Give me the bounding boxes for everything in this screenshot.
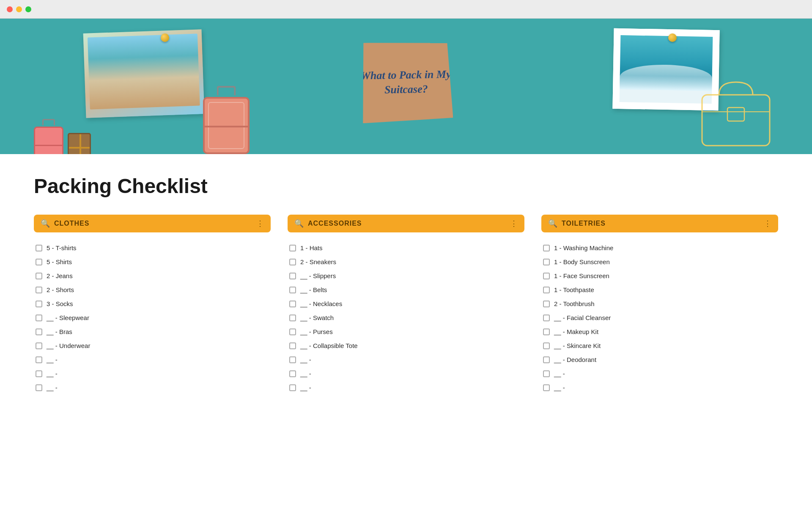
checklist-label: 1 - Hats — [300, 244, 323, 251]
checklist-checkbox[interactable] — [289, 245, 296, 251]
checklist-label: 3 - Socks — [47, 300, 73, 307]
checklist-label: __ - Skincare Kit — [554, 342, 601, 349]
list-item: __ - Purses — [288, 325, 524, 339]
checklist-label: 1 - Toothpaste — [554, 286, 594, 293]
main-content: Packing Checklist 🔍CLOTHES⋮5 - T-shirts5… — [0, 154, 812, 415]
page-title: Packing Checklist — [34, 174, 778, 198]
list-item: 2 - Shorts — [34, 283, 271, 297]
maximize-button[interactable] — [25, 6, 31, 12]
checklist-checkbox[interactable] — [543, 342, 550, 349]
checklist-label: __ - — [300, 384, 311, 391]
list-item: __ - — [288, 353, 524, 367]
category-header-clothes: 🔍CLOTHES⋮ — [34, 215, 271, 232]
checklist-checkbox[interactable] — [289, 329, 296, 335]
checklist-label: 5 - T-shirts — [47, 244, 77, 251]
checklist-checkbox[interactable] — [543, 287, 550, 293]
columns-container: 🔍CLOTHES⋮5 - T-shirts5 - Shirts2 - Jeans… — [34, 215, 778, 395]
checklist-label: 2 - Sneakers — [300, 258, 336, 265]
search-icon: 🔍 — [294, 219, 304, 228]
list-item: __ - — [541, 367, 778, 381]
checklist-checkbox[interactable] — [36, 301, 42, 307]
checklist-checkbox[interactable] — [36, 259, 42, 265]
svg-rect-1 — [727, 108, 744, 121]
category-menu-accessories[interactable]: ⋮ — [510, 219, 518, 228]
checklist-checkbox[interactable] — [36, 342, 42, 349]
checklist-checkbox[interactable] — [543, 245, 550, 251]
category-menu-clothes[interactable]: ⋮ — [256, 219, 264, 228]
checklist-label: __ - — [47, 356, 58, 363]
checklist-checkbox[interactable] — [289, 301, 296, 307]
close-button[interactable] — [7, 6, 13, 12]
checklist-checkbox[interactable] — [36, 315, 42, 321]
list-item: 3 - Socks — [34, 297, 271, 311]
column-toiletries: 🔍TOILETRIES⋮1 - Washing Machine1 - Body … — [541, 215, 778, 395]
window-chrome — [0, 0, 812, 19]
checklist-label: 1 - Washing Machine — [554, 244, 613, 251]
list-item: __ - Skincare Kit — [541, 339, 778, 353]
checklist-label: __ - — [300, 370, 311, 377]
checklist-label: __ - Belts — [300, 286, 327, 293]
checklist-label: __ - Underwear — [47, 342, 90, 349]
checklist-checkbox[interactable] — [36, 356, 42, 363]
checklist-label: __ - Facial Cleanser — [554, 314, 611, 321]
checklist-checkbox[interactable] — [36, 273, 42, 279]
checklist-checkbox[interactable] — [543, 370, 550, 377]
checklist-checkbox[interactable] — [543, 315, 550, 321]
checklist-checkbox[interactable] — [543, 259, 550, 265]
checklist-label: __ - Collapsible Tote — [300, 342, 358, 349]
checklist-label: __ - Sleepwear — [47, 314, 89, 321]
search-icon: 🔍 — [548, 219, 557, 228]
checklist-checkbox[interactable] — [543, 356, 550, 363]
list-item: 1 - Toothpaste — [541, 283, 778, 297]
checklist-checkbox[interactable] — [289, 259, 296, 265]
hero-title: What to Pack in My Suitcase? — [359, 67, 453, 97]
category-menu-toiletries[interactable]: ⋮ — [764, 219, 771, 228]
list-item: 5 - T-shirts — [34, 241, 271, 255]
checklist-checkbox[interactable] — [36, 245, 42, 251]
checklist-checkbox[interactable] — [289, 342, 296, 349]
checklist-checkbox[interactable] — [36, 370, 42, 377]
checklist-checkbox[interactable] — [289, 315, 296, 321]
checklist-checkbox[interactable] — [289, 356, 296, 363]
checklist-label: __ - Purses — [300, 328, 333, 335]
checklist-label: 1 - Face Sunscreen — [554, 272, 609, 279]
checklist-checkbox[interactable] — [543, 301, 550, 307]
pin-left — [161, 33, 169, 42]
luggage-brown — [68, 133, 91, 154]
checklist-label: 2 - Toothbrush — [554, 300, 595, 307]
checklist-checkbox[interactable] — [36, 329, 42, 335]
category-title-toiletries: TOILETRIES — [562, 220, 760, 227]
checklist-checkbox[interactable] — [289, 273, 296, 279]
category-title-accessories: ACCESSORIES — [308, 220, 506, 227]
checklist-checkbox[interactable] — [543, 384, 550, 391]
checklist-checkbox[interactable] — [543, 273, 550, 279]
pin-right — [668, 33, 677, 42]
minimize-button[interactable] — [16, 6, 22, 12]
checklist-label: __ - — [554, 384, 565, 391]
checklist-checkbox[interactable] — [289, 370, 296, 377]
category-header-accessories: 🔍ACCESSORIES⋮ — [288, 215, 524, 232]
checklist-checkbox[interactable] — [289, 287, 296, 293]
checklist-label: __ - Deodorant — [554, 356, 596, 363]
checklist-label: __ - — [300, 356, 311, 363]
list-item: 2 - Sneakers — [288, 255, 524, 269]
checklist-label: __ - Necklaces — [300, 300, 342, 307]
list-item: __ - Necklaces — [288, 297, 524, 311]
checklist-checkbox[interactable] — [36, 287, 42, 293]
list-item: __ - — [34, 381, 271, 395]
category-header-toiletries: 🔍TOILETRIES⋮ — [541, 215, 778, 232]
checklist-checkbox[interactable] — [36, 384, 42, 391]
cardboard-note: What to Pack in My Suitcase? — [359, 41, 453, 124]
checklist-label: __ - Bras — [47, 328, 72, 335]
beach-photo — [83, 29, 205, 118]
svg-rect-0 — [702, 95, 770, 146]
checklist-label: __ - Swatch — [300, 314, 334, 321]
column-clothes: 🔍CLOTHES⋮5 - T-shirts5 - Shirts2 - Jeans… — [34, 215, 271, 395]
hero-banner: What to Pack in My Suitcase? — [0, 19, 812, 154]
checklist-checkbox[interactable] — [543, 329, 550, 335]
checklist-label: __ - — [554, 370, 565, 377]
suitcase-big-pink — [203, 97, 250, 154]
checklist-checkbox[interactable] — [289, 384, 296, 391]
list-item: __ - Bras — [34, 325, 271, 339]
list-item: __ - Belts — [288, 283, 524, 297]
